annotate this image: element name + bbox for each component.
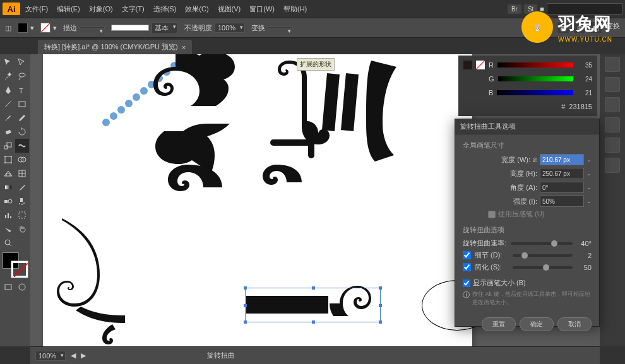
- svg-rect-44: [308, 127, 314, 158]
- preset-dropdown[interactable]: [268, 26, 293, 29]
- tools-panel: T: [0, 54, 30, 346]
- direct-selection-tool[interactable]: [15, 56, 29, 69]
- color-fill-chip[interactable]: [463, 61, 472, 69]
- menu-object[interactable]: 对象(O): [85, 2, 117, 16]
- color-r-slider[interactable]: [497, 62, 573, 68]
- stroke-profile[interactable]: [111, 25, 149, 31]
- selection-tool[interactable]: [1, 56, 15, 69]
- pressure-label: 使用压感笔 (U): [498, 209, 544, 219]
- stroke-color[interactable]: [11, 261, 28, 278]
- eyedropper-tool[interactable]: [15, 180, 29, 194]
- intensity-dropdown-icon[interactable]: ⌄: [586, 198, 592, 204]
- color-picker[interactable]: [3, 252, 28, 278]
- angle-input[interactable]: [540, 182, 584, 193]
- menu-file[interactable]: 文件(F): [21, 2, 52, 16]
- paintbrush-tool[interactable]: [1, 111, 15, 125]
- type-tool[interactable]: T: [15, 83, 29, 97]
- slice-tool[interactable]: [1, 222, 15, 236]
- libraries-panel-icon[interactable]: [605, 77, 620, 92]
- draw-mode[interactable]: [15, 280, 29, 294]
- badge-br[interactable]: Br: [508, 4, 521, 14]
- shape-builder-tool[interactable]: [15, 153, 29, 167]
- svg-point-21: [19, 203, 20, 204]
- cancel-button[interactable]: 取消: [557, 317, 592, 331]
- svg-rect-30: [5, 285, 11, 290]
- layers-panel-icon[interactable]: [605, 97, 620, 112]
- showbrush-label: 显示画笔大小 (B): [473, 278, 526, 288]
- detail-checkbox[interactable]: [463, 251, 471, 259]
- height-input[interactable]: [540, 168, 584, 179]
- svg-point-42: [102, 119, 110, 126]
- swatches-panel-icon[interactable]: [605, 117, 620, 132]
- intensity-label: 强度 (I):: [506, 197, 537, 206]
- close-tab-icon[interactable]: ×: [182, 44, 186, 51]
- brushes-panel-icon[interactable]: [605, 138, 620, 153]
- hex-value[interactable]: 231815: [569, 103, 592, 110]
- stroke-style-dropdown[interactable]: 基本: [152, 22, 178, 34]
- simplify-slider[interactable]: [513, 266, 573, 269]
- reset-button[interactable]: 重置: [482, 317, 516, 331]
- menu-window[interactable]: 窗口(W): [246, 2, 278, 16]
- scale-tool[interactable]: [1, 139, 15, 153]
- nav-next-icon[interactable]: ▶: [81, 351, 86, 360]
- symbol-sprayer-tool[interactable]: [15, 194, 29, 208]
- svg-rect-7: [5, 156, 11, 163]
- gradient-tool[interactable]: [1, 180, 15, 194]
- artboard-tool[interactable]: [15, 208, 29, 222]
- free-transform-tool[interactable]: [1, 153, 15, 167]
- magic-wand-tool[interactable]: [1, 69, 15, 83]
- link-icon[interactable]: ⎚: [533, 156, 537, 163]
- warp-tool[interactable]: [15, 139, 29, 153]
- rectangle-tool[interactable]: [15, 97, 29, 111]
- fill-swatch[interactable]: [18, 23, 28, 33]
- document-tab[interactable]: 转换] [转换].ai* @ 100% (CMYK/GPU 预览) ×: [38, 40, 192, 54]
- showbrush-checkbox[interactable]: [463, 279, 470, 287]
- stroke-dropdown-icon[interactable]: ▾: [53, 24, 57, 32]
- zoom-tool[interactable]: [1, 236, 15, 250]
- pen-tool[interactable]: [1, 83, 15, 97]
- menu-help[interactable]: 帮助(H): [280, 2, 311, 16]
- color-g-slider[interactable]: [498, 76, 573, 81]
- angle-dropdown-icon[interactable]: ⌄: [586, 184, 592, 191]
- color-stroke-chip[interactable]: [476, 61, 485, 69]
- menu-type[interactable]: 文字(T): [118, 2, 148, 16]
- pencil-tool[interactable]: [15, 111, 29, 125]
- blend-tool[interactable]: [1, 194, 15, 208]
- eraser-tool[interactable]: [1, 125, 15, 139]
- width-input[interactable]: [540, 154, 584, 165]
- intensity-input[interactable]: [540, 196, 584, 207]
- watermark: 🐰 羽兔网 WWW.YUTU.CN: [521, 11, 612, 43]
- menu-select[interactable]: 选择(S): [150, 2, 181, 16]
- rate-slider[interactable]: [511, 242, 573, 245]
- right-dock: [600, 54, 625, 346]
- color-b-slider[interactable]: [497, 90, 573, 95]
- stroke-label: 描边: [63, 23, 77, 33]
- color-g-label: G: [489, 75, 494, 83]
- line-tool[interactable]: [1, 97, 15, 111]
- properties-panel-icon[interactable]: [605, 57, 620, 72]
- width-dropdown-icon[interactable]: ⌄: [586, 156, 592, 163]
- mesh-tool[interactable]: [15, 167, 29, 180]
- section-twirl-opts: 旋转扭曲选项: [463, 225, 592, 235]
- perspective-tool[interactable]: [1, 167, 15, 180]
- menu-effect[interactable]: 效果(C): [181, 2, 212, 16]
- opacity-dropdown[interactable]: 100%: [215, 23, 245, 33]
- height-dropdown-icon[interactable]: ⌄: [586, 170, 592, 177]
- svg-point-23: [23, 203, 25, 204]
- graph-tool[interactable]: [1, 208, 15, 222]
- stroke-weight-dropdown[interactable]: [80, 26, 105, 29]
- lasso-tool[interactable]: [15, 69, 29, 83]
- nav-prev-icon[interactable]: ◀: [71, 351, 76, 360]
- fill-dropdown-icon[interactable]: ▾: [30, 24, 34, 32]
- zoom-dropdown[interactable]: 100%: [35, 351, 66, 361]
- hand-tool[interactable]: [15, 222, 29, 236]
- menu-view[interactable]: 视图(V): [214, 2, 245, 16]
- ok-button[interactable]: 确定: [520, 317, 554, 331]
- symbols-panel-icon[interactable]: [605, 158, 620, 173]
- detail-slider[interactable]: [513, 254, 573, 257]
- rotate-tool[interactable]: [15, 125, 29, 139]
- simplify-checkbox[interactable]: [463, 263, 471, 271]
- menu-edit[interactable]: 编辑(E): [53, 2, 84, 16]
- stroke-swatch[interactable]: [40, 23, 51, 33]
- screen-mode[interactable]: [1, 280, 15, 294]
